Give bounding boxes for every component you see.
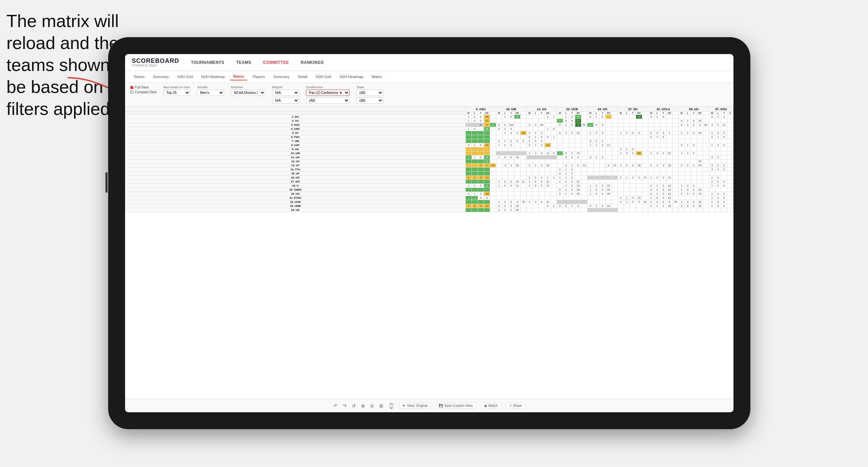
sub-nav-teams[interactable]: Teams bbox=[130, 73, 148, 80]
conference-select[interactable]: Pac-12 Conference ▼ bbox=[306, 90, 349, 96]
nav-item-rankings[interactable]: RANKINGS bbox=[299, 60, 326, 65]
team-select[interactable]: (All) bbox=[356, 90, 383, 96]
row-label-asu: 3. ASU bbox=[125, 123, 466, 127]
max-teams-select[interactable]: Top 25 bbox=[163, 90, 190, 96]
asu-x bbox=[490, 112, 496, 115]
watch-label: Watch bbox=[488, 404, 498, 408]
division-select[interactable]: NCAA Division I bbox=[231, 90, 265, 96]
row-label-ut13: 13. UT bbox=[125, 164, 466, 168]
asu-dif: Dif bbox=[484, 112, 490, 115]
asu-w: W bbox=[465, 112, 472, 115]
table-row: 20. UG 010-34 01023 10040 01013 10013 10… bbox=[125, 192, 733, 196]
sub-nav-h2h-heatmap2[interactable]: H2H Heatmap bbox=[336, 73, 367, 80]
row-label-u18: 18. U bbox=[125, 184, 466, 188]
ua-l: L bbox=[533, 112, 539, 115]
fullscreen-icon[interactable]: ⌚ bbox=[388, 403, 394, 409]
uu-t: T bbox=[691, 112, 697, 115]
corner-cell bbox=[125, 107, 466, 112]
ucb-w: W bbox=[557, 112, 563, 115]
table-row: 4. UNC 1036 010 10 bbox=[125, 127, 733, 131]
table-row: 21. ETSU 109 01013 10013 100 bbox=[125, 196, 733, 200]
table-row: 17. GIT 1001011 10011 10011 100 bbox=[125, 180, 733, 184]
ucb-l: L bbox=[563, 112, 569, 115]
uu-dif: Dif bbox=[697, 112, 703, 115]
region-select2[interactable]: N/A bbox=[272, 97, 299, 104]
nav-item-teams[interactable]: TEAMS bbox=[235, 60, 253, 65]
table-row: 9. UA 010 bbox=[125, 147, 733, 151]
watch-button[interactable]: ◉ Watch bbox=[481, 402, 501, 409]
col-header-osu: 57. OSU bbox=[709, 107, 733, 112]
row-label-fsu: 6. FSU bbox=[125, 135, 466, 139]
table-row: 2. VU 12012 20027 01025 bbox=[125, 119, 733, 123]
ucb-x bbox=[581, 112, 587, 115]
table-row: 12. UV 10 15 bbox=[125, 159, 733, 164]
fit-icon[interactable]: ⊞ bbox=[379, 403, 383, 409]
compact-view-radio[interactable]: Compact View bbox=[130, 90, 156, 94]
max-teams-label: Max teams in view bbox=[163, 85, 190, 89]
reset-icon[interactable]: ↺ bbox=[352, 403, 356, 409]
table-row: 6. FSU 01001 010 010 bbox=[125, 135, 733, 139]
sub-corner bbox=[125, 112, 466, 115]
logo-area: SCOREBOARD Powered by clippd bbox=[132, 58, 179, 67]
row-label-uaf: 8. UAF bbox=[125, 143, 466, 147]
sub-nav-h2h-heatmap[interactable]: H2H Heatmap bbox=[198, 73, 228, 80]
sub-nav-summary2[interactable]: Summary bbox=[270, 73, 293, 80]
row-label-uf: 15. UF bbox=[125, 172, 466, 176]
uu-x bbox=[703, 112, 709, 115]
nav-item-committee[interactable]: COMMITTEE bbox=[261, 60, 291, 65]
conference-select2[interactable]: (All) bbox=[306, 97, 349, 104]
team-label: Team bbox=[356, 85, 383, 89]
table-row: 1. AU 12023 100 27 1025 010 50 010 010 bbox=[125, 115, 733, 119]
logo-sub: Powered by clippd bbox=[132, 64, 179, 67]
view-original-button[interactable]: 👁 View: Original bbox=[399, 402, 431, 409]
share-button[interactable]: ↗ Share bbox=[506, 402, 525, 409]
ucla-t: T bbox=[660, 112, 667, 115]
save-custom-button[interactable]: 💾 Save Custom View bbox=[436, 402, 476, 409]
row-label-ttu: 14. TTU bbox=[125, 168, 466, 172]
undo-icon[interactable]: ↶ bbox=[334, 403, 338, 409]
redo-icon[interactable]: ↷ bbox=[343, 403, 347, 409]
sub-nav-h2h-grid2[interactable]: H2H Grid bbox=[312, 73, 335, 80]
sub-nav-detail[interactable]: Detail bbox=[294, 73, 311, 80]
su-l: L bbox=[624, 112, 630, 115]
osu-l: L bbox=[715, 112, 721, 115]
full-view-radio[interactable]: Full View bbox=[130, 85, 156, 89]
sub-nav-matrix2[interactable]: Matrix bbox=[368, 73, 385, 80]
tablet-frame: SCOREBOARD Powered by clippd TOURNAMENTS… bbox=[108, 37, 750, 429]
team-select2[interactable]: (All) bbox=[356, 97, 383, 104]
view-original-label: View: Original bbox=[407, 404, 428, 408]
sub-nav-summary[interactable]: Summary bbox=[149, 73, 172, 80]
region-filter: Region N/A N/A bbox=[272, 85, 299, 104]
col-header-su: 27. SU bbox=[618, 107, 648, 112]
sub-nav-h2h-grid[interactable]: H2H Grid bbox=[174, 73, 196, 80]
osu-w: W bbox=[709, 112, 715, 115]
col-header-ua: 11. UA bbox=[527, 107, 557, 112]
team-filter: Team (All) (All) bbox=[356, 85, 383, 104]
full-view-label: Full View bbox=[135, 85, 148, 89]
gender-select[interactable]: Men's bbox=[197, 90, 224, 96]
ucla-w: W bbox=[648, 112, 654, 115]
region-select[interactable]: N/A bbox=[272, 90, 299, 96]
uw-w: W bbox=[496, 112, 502, 115]
zoom-in-icon[interactable]: ⊕ bbox=[361, 403, 365, 409]
nav-item-tournaments[interactable]: TOURNAMENTS bbox=[189, 60, 226, 65]
ucla-l: L bbox=[654, 112, 660, 115]
col-header-uo: 24. UO bbox=[587, 107, 618, 112]
matrix-content[interactable]: 3. ASU 10. UW 11. UA 22. UCB 24. UO 27. … bbox=[125, 107, 733, 399]
ua-dif: Dif bbox=[545, 112, 551, 115]
sub-nav-matrix[interactable]: Matrix bbox=[230, 73, 247, 80]
row-label-vu: 2. VU bbox=[125, 119, 466, 123]
row-label-unc: 4. UNC bbox=[125, 127, 466, 131]
uw-l: L bbox=[502, 112, 508, 115]
table-row: 18. U 20011 10011 10011 1013 10013 01013… bbox=[125, 184, 733, 188]
row-label-uw: 10. UW bbox=[125, 151, 466, 155]
sub-nav-players[interactable]: Players bbox=[249, 73, 268, 80]
col-header-uu: 54. UU bbox=[679, 107, 709, 112]
max-teams-filter: Max teams in view Top 25 bbox=[163, 85, 190, 96]
asu-l: L bbox=[472, 112, 478, 115]
col-header-asu: 3. ASU bbox=[465, 107, 496, 112]
su-x bbox=[642, 112, 648, 115]
zoom-out-icon[interactable]: ⊖ bbox=[370, 403, 374, 409]
gender-filter: Gender Men's bbox=[197, 85, 224, 96]
share-label: Share bbox=[513, 404, 522, 408]
